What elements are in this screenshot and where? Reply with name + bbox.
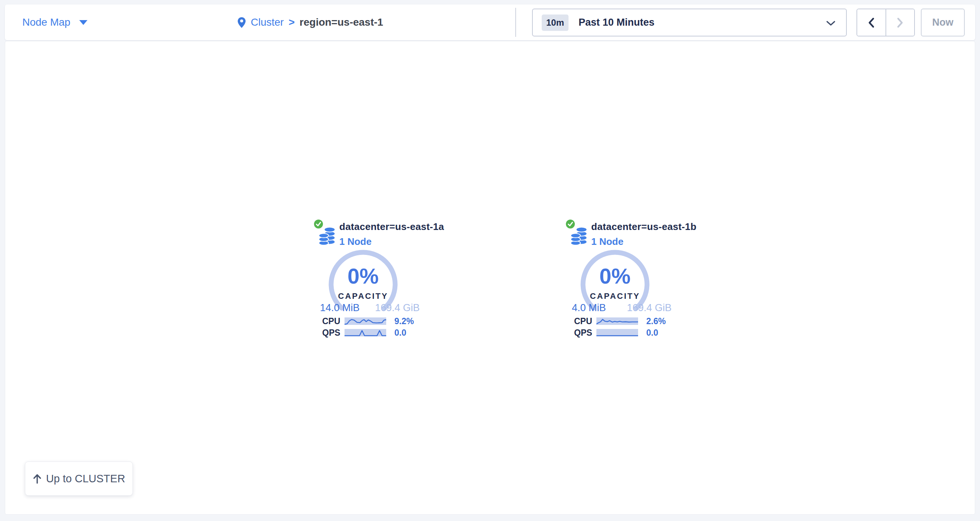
qps-label: QPS	[322, 328, 344, 338]
time-step-buttons	[856, 8, 915, 37]
time-step-back-button[interactable]	[857, 9, 886, 36]
now-button[interactable]: Now	[921, 8, 965, 37]
locality-card-head: datacenter=us-east-1b 1 Node	[566, 218, 675, 247]
up-to-cluster-label: Up to CLUSTER	[46, 473, 126, 485]
chevron-left-icon	[867, 17, 875, 28]
arrow-up-icon	[33, 473, 42, 484]
cpu-metric-row: CPU 9.2%	[315, 317, 423, 325]
view-selector-dropdown[interactable]: Node Map	[22, 5, 88, 40]
capacity-total: 169.4 GiB	[375, 302, 420, 314]
database-stack-icon	[570, 226, 589, 245]
locality-card-head: datacenter=us-east-1a 1 Node	[315, 218, 423, 247]
locality-card-us-east-1b[interactable]: datacenter=us-east-1b 1 Node 0% CAPACITY…	[566, 218, 675, 247]
up-to-cluster-button[interactable]: Up to CLUSTER	[25, 462, 133, 496]
cpu-value: 2.6%	[646, 316, 666, 327]
capacity-percent: 0%	[600, 263, 631, 288]
qps-label: QPS	[574, 328, 596, 338]
view-selector-label: Node Map	[22, 16, 70, 28]
time-window-label: Past 10 Minutes	[579, 17, 654, 28]
breadcrumb-current-locality: region=us-east-1	[299, 16, 383, 28]
capacity-values-row: 4.0 MiB 169.4 GiB	[566, 302, 675, 314]
node-map-canvas	[5, 41, 975, 515]
capacity-values-row: 14.0 MiB 169.4 GiB	[315, 302, 423, 314]
cpu-label: CPU	[322, 316, 344, 327]
capacity-used: 4.0 MiB	[572, 302, 606, 314]
locality-node-count[interactable]: 1 Node	[591, 236, 697, 247]
locality-head-text: datacenter=us-east-1b 1 Node	[591, 221, 697, 247]
qps-sparkline	[345, 329, 386, 336]
cpu-label: CPU	[574, 316, 596, 327]
chevron-down-icon	[826, 21, 836, 26]
cpu-sparkline	[597, 317, 638, 325]
chevron-right-icon	[896, 17, 904, 28]
time-window-dropdown[interactable]: 10m Past 10 Minutes	[532, 8, 847, 37]
locality-name: datacenter=us-east-1b	[591, 221, 697, 233]
qps-metric-row: QPS 0.0	[566, 328, 675, 337]
capacity-total: 169.4 GiB	[627, 302, 671, 314]
capacity-caption: CAPACITY	[590, 292, 640, 301]
top-header-bar: Node Map Cluster > region=us-east-1 10m …	[5, 5, 975, 40]
qps-value: 0.0	[646, 328, 658, 338]
cpu-value: 9.2%	[395, 316, 414, 327]
locality-head-text: datacenter=us-east-1a 1 Node	[339, 221, 444, 247]
capacity-percent: 0%	[347, 263, 379, 288]
database-stack-icon	[318, 226, 337, 245]
locality-node-count[interactable]: 1 Node	[339, 236, 444, 247]
caret-down-icon	[79, 20, 88, 25]
locality-name: datacenter=us-east-1a	[339, 221, 444, 233]
breadcrumb-separator: >	[289, 16, 295, 28]
qps-sparkline	[597, 329, 638, 336]
breadcrumb-cluster-link[interactable]: Cluster	[251, 16, 284, 28]
capacity-caption: CAPACITY	[338, 292, 388, 301]
capacity-used: 14.0 MiB	[320, 302, 360, 314]
cpu-sparkline	[345, 317, 386, 325]
breadcrumb: Cluster > region=us-east-1	[237, 5, 383, 40]
header-divider	[515, 8, 516, 37]
locality-card-us-east-1a[interactable]: datacenter=us-east-1a 1 Node 0% CAPACITY…	[315, 218, 423, 247]
qps-metric-row: QPS 0.0	[315, 328, 423, 337]
location-pin-icon	[237, 17, 246, 28]
cpu-metric-row: CPU 2.6%	[566, 317, 675, 325]
time-window-badge: 10m	[542, 14, 568, 31]
qps-value: 0.0	[395, 328, 406, 338]
time-step-forward-button[interactable]	[886, 9, 915, 36]
